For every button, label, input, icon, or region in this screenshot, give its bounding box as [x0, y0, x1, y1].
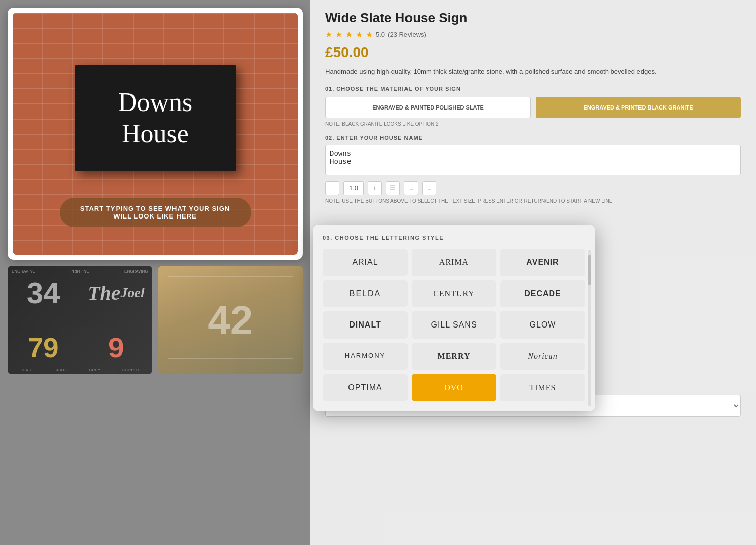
material-label: 01. CHOOSE THE MATERIAL OF YOUR SIGN [325, 86, 741, 92]
left-panel: Downs House START TYPING TO SEE WHAT YOU… [0, 0, 310, 545]
star-2: ★ [335, 30, 342, 39]
stars-row: ★ ★ ★ ★ ★ 5.0 (23 Reviews) [325, 30, 741, 39]
building-number: 42 [208, 297, 253, 344]
material-buttons: ENGRAVED & PAINTED POLISHED SLATE ENGRAV… [325, 97, 741, 118]
typing-hint: START TYPING TO SEE WHAT YOUR SIGN WILL … [60, 198, 251, 227]
font-btn-times[interactable]: TIMES [500, 374, 585, 401]
font-btn-avenir[interactable]: AVENIR [500, 249, 585, 276]
font-btn-optima[interactable]: OPTIMA [323, 374, 408, 401]
material-granite-btn[interactable]: ENGRAVED & PRINTED BLACK GRANITE [536, 97, 741, 118]
text-size-increase-btn[interactable]: + [368, 181, 382, 195]
text-controls: − 1.0 + ☰ ≡ ≡ [325, 181, 741, 195]
font-btn-merry[interactable]: MERRY [412, 343, 496, 370]
modal-scrollbar[interactable] [588, 250, 591, 406]
font-btn-glow[interactable]: GLOW [500, 311, 585, 339]
product-title: Wide Slate House Sign [325, 10, 741, 26]
house-name-hint: NOTE: USE THE BUTTONS ABOVE TO SELECT TH… [325, 198, 741, 204]
font-btn-decade[interactable]: DECADE [500, 280, 585, 307]
font-chooser-modal: 03. CHOOSE THE LETTERING STYLE ARIAL ARI… [313, 225, 595, 411]
star-1: ★ [325, 30, 332, 39]
thumb-cell-9: 9 [80, 321, 152, 375]
text-size-decrease-btn[interactable]: − [325, 181, 339, 195]
star-3: ★ [345, 30, 353, 39]
building-line2 [168, 358, 293, 359]
font-btn-arima[interactable]: ARIMA [412, 249, 496, 276]
sign-preview: Downs House [75, 65, 236, 171]
main-image-card: Downs House START TYPING TO SEE WHAT YOU… [8, 8, 303, 260]
font-btn-ovo[interactable]: OVO [412, 374, 496, 401]
font-grid: ARIAL ARIMA AVENIR BELDA CENTURY DECADE … [323, 249, 585, 401]
review-count: (23 Reviews) [388, 31, 426, 38]
modal-scrollbar-thumb [588, 255, 591, 285]
thumb-labels: ENGRAVINGPRINTINGENGRAVING [10, 268, 150, 275]
house-name-input[interactable]: Downs House [325, 145, 741, 175]
font-btn-norican[interactable]: Norican [500, 343, 585, 370]
thumbnail-building[interactable]: 42 [158, 266, 303, 374]
font-btn-century[interactable]: CENTURY [412, 280, 496, 307]
sign-line2: House [118, 118, 192, 149]
product-price: £50.00 [325, 44, 741, 61]
text-align-right-btn[interactable]: ≡ [422, 181, 436, 195]
thumb-cell-79: 79 [8, 321, 79, 375]
font-btn-harmony[interactable]: HARMONY [323, 343, 408, 370]
star-4: ★ [356, 30, 363, 39]
star-5: ★ [366, 30, 373, 39]
font-modal-title: 03. CHOOSE THE LETTERING STYLE [323, 235, 585, 241]
main-product-image: Downs House START TYPING TO SEE WHAT YOU… [13, 13, 298, 255]
text-align-left-btn[interactable]: ☰ [386, 181, 400, 195]
house-name-label: 02. ENTER YOUR HOUSE NAME [325, 135, 741, 141]
material-hint: NOTE: BLACK GRANITE LOOKS LIKE OPTION 2 [325, 121, 741, 127]
sign-line1: Downs [118, 86, 192, 118]
sign-text: Downs House [118, 86, 192, 149]
product-description: Handmade using high-quality, 10mm thick … [325, 67, 741, 77]
thumb-sublabels: SLATESLATEGREYCOPPER [10, 368, 150, 372]
building-line [168, 276, 293, 277]
text-align-center-btn[interactable]: ≡ [404, 181, 418, 195]
thumbnail-numbers[interactable]: 34 TheJoel 79 9 ENGRAVINGPRINTINGENGRAVI… [8, 266, 152, 374]
font-btn-gill-sans[interactable]: GILL SANS [412, 311, 496, 339]
text-size-display: 1.0 [343, 181, 364, 195]
material-slate-btn[interactable]: ENGRAVED & PAINTED POLISHED SLATE [325, 97, 531, 118]
rating-value: 5.0 [376, 31, 385, 38]
thumbnail-row: 34 TheJoel 79 9 ENGRAVINGPRINTINGENGRAVI… [8, 266, 303, 374]
font-btn-dinalt[interactable]: DINALT [323, 311, 408, 339]
font-btn-belda[interactable]: BELDA [323, 280, 408, 307]
font-btn-arial[interactable]: ARIAL [323, 249, 408, 276]
